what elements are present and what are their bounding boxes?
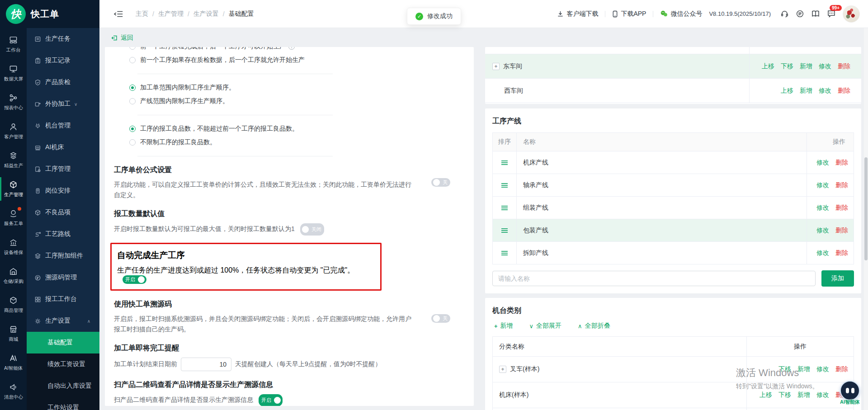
- menu-item-outsourcing[interactable]: 外协加工 ∨: [27, 93, 99, 115]
- rail-item-warehouse[interactable]: 仓储/采购: [0, 261, 27, 290]
- menu-item-work-reports[interactable]: 报工记录: [27, 50, 99, 71]
- delete-link[interactable]: 删除: [835, 365, 848, 373]
- radio-option[interactable]: 加工单范围内限制工序生产顺序。: [114, 81, 463, 94]
- add-link[interactable]: 新增: [800, 62, 812, 71]
- move-up-link[interactable]: 上移: [762, 62, 774, 71]
- edit-link[interactable]: 修改: [819, 87, 831, 95]
- radio-icon[interactable]: [129, 139, 136, 146]
- move-up-link[interactable]: 上移: [760, 391, 772, 399]
- edit-link[interactable]: 修改: [816, 391, 829, 399]
- add-link[interactable]: 新增: [800, 87, 812, 95]
- drag-handle-icon[interactable]: [501, 206, 508, 210]
- menu-item-process-routes[interactable]: 工艺路线: [27, 223, 99, 245]
- scrollbar-thumb[interactable]: [864, 157, 868, 260]
- radio-icon-checked[interactable]: [129, 126, 136, 132]
- rail-item-reports[interactable]: 报表中心: [0, 88, 27, 117]
- drag-handle-icon[interactable]: [501, 228, 508, 233]
- menu-item-machine-management[interactable]: 机台管理: [27, 115, 99, 137]
- delete-link[interactable]: 删除: [838, 87, 850, 95]
- edit-link[interactable]: 修改: [816, 181, 829, 189]
- rail-item-mall[interactable]: 商城: [0, 319, 27, 348]
- radio-option[interactable]: 前一个工序质检完成后，后一个工序才可以开始生产 i: [114, 47, 463, 53]
- back-button[interactable]: 返回: [111, 34, 133, 42]
- toggle-off[interactable]: 关闭: [300, 223, 324, 236]
- delete-link[interactable]: 删除: [835, 181, 848, 189]
- reminder-days-input[interactable]: [181, 358, 231, 371]
- collapse-all-button[interactable]: ∧全部折叠: [578, 322, 610, 330]
- toggle-off[interactable]: 关: [431, 314, 450, 323]
- sidebar-collapse-icon[interactable]: [114, 9, 124, 19]
- add-link[interactable]: 新增: [797, 391, 810, 399]
- menu-item-defective-items[interactable]: 不良品项: [27, 202, 99, 223]
- expand-icon[interactable]: +: [499, 366, 506, 373]
- rail-item-production[interactable]: 生产管理: [0, 174, 27, 203]
- add-link[interactable]: 新增: [797, 365, 810, 373]
- menu-item-process-management[interactable]: 工序管理: [27, 158, 99, 180]
- toggle-off[interactable]: 关: [431, 178, 450, 187]
- move-down-link[interactable]: 下移: [778, 391, 791, 399]
- rail-item-ai-agent[interactable]: AI智能体: [0, 348, 27, 377]
- expand-icon[interactable]: +: [492, 63, 500, 70]
- submenu-item-basic-config[interactable]: 基础配置: [27, 332, 99, 353]
- radio-option[interactable]: 产线范围内限制工序生产顺序。: [114, 94, 463, 108]
- drag-handle-icon[interactable]: [501, 160, 508, 165]
- breadcrumb-settings[interactable]: 生产设置: [193, 10, 219, 18]
- menu-item-trace-codes[interactable]: 溯源码管理: [27, 267, 99, 288]
- messages-chat-icon[interactable]: 99+: [827, 9, 836, 18]
- submenu-item-workstation-settings[interactable]: 工作站设置: [27, 397, 99, 410]
- line-name-input[interactable]: [492, 271, 816, 286]
- edit-link[interactable]: 修改: [819, 62, 831, 71]
- menu-item-production-settings[interactable]: 生产设置 ∧: [27, 310, 99, 332]
- submenu-item-performance-pay[interactable]: 绩效工资设置: [27, 353, 99, 375]
- breadcrumb-home[interactable]: 主页: [136, 10, 148, 18]
- rail-item-lean-production[interactable]: 精益生产: [0, 146, 27, 174]
- delete-link[interactable]: 删除: [835, 159, 848, 167]
- menu-item-position-arrangement[interactable]: 岗位安排: [27, 180, 99, 202]
- delete-link[interactable]: 删除: [838, 62, 850, 71]
- delete-link[interactable]: 删除: [835, 226, 848, 235]
- radio-option[interactable]: 前一个工序如果存在质检数据，后一个工序就允许开始生产: [114, 53, 463, 67]
- radio-icon[interactable]: [129, 57, 136, 63]
- toggle-on[interactable]: 开启: [123, 275, 146, 284]
- radio-icon[interactable]: [129, 47, 136, 50]
- docs-book-icon[interactable]: [811, 10, 820, 18]
- rail-item-messages[interactable]: 消息中心: [0, 377, 27, 406]
- move-down-link[interactable]: 下移: [781, 62, 793, 71]
- edit-link[interactable]: 修改: [816, 159, 829, 167]
- move-up-link[interactable]: 上移: [781, 87, 793, 95]
- edit-link[interactable]: 修改: [816, 249, 829, 257]
- rail-item-customers[interactable]: 客户管理: [0, 117, 27, 146]
- info-icon[interactable]: i: [288, 47, 295, 50]
- radio-icon-checked[interactable]: [129, 85, 136, 91]
- avatar[interactable]: [843, 5, 860, 23]
- radio-option[interactable]: 工序的报工良品数，不能超过前一个工序的报工良品数。: [114, 122, 463, 136]
- add-line-button[interactable]: 添加: [821, 270, 854, 287]
- edit-link[interactable]: 修改: [816, 204, 829, 212]
- rail-item-service-orders[interactable]: 服务工单: [0, 203, 27, 232]
- toggle-on[interactable]: 开启: [259, 394, 283, 406]
- move-down-link[interactable]: 下移: [778, 365, 791, 373]
- edit-link[interactable]: 修改: [816, 226, 829, 235]
- client-download-link[interactable]: 客户端下载: [557, 10, 598, 18]
- submenu-item-auto-inventory[interactable]: 自动出入库设置: [27, 375, 99, 397]
- delete-link[interactable]: 删除: [835, 204, 848, 212]
- rail-item-equipment[interactable]: 设备维保: [0, 232, 27, 261]
- rail-item-dashboard[interactable]: 数据大屏: [0, 59, 27, 88]
- menu-item-production-tasks[interactable]: 生产任务: [27, 28, 99, 50]
- delete-link[interactable]: 删除: [835, 249, 848, 257]
- breadcrumb-production[interactable]: 生产管理: [158, 10, 184, 18]
- menu-item-product-quality[interactable]: 产品质检: [27, 71, 99, 93]
- ai-assistant-float-button[interactable]: AI智能体: [838, 381, 862, 405]
- menu-item-process-addons[interactable]: 工序附加组件: [27, 245, 99, 267]
- drag-handle-icon[interactable]: [501, 183, 508, 188]
- rail-item-workbench[interactable]: 工作台: [0, 30, 27, 59]
- support-headset-icon[interactable]: [780, 9, 789, 18]
- edit-link[interactable]: 修改: [816, 365, 829, 373]
- drag-handle-icon[interactable]: [501, 251, 508, 255]
- rail-item-goods[interactable]: 商品管理: [0, 290, 27, 319]
- download-app-link[interactable]: 下载APP: [612, 10, 646, 18]
- expand-all-button[interactable]: ∨全部展开: [529, 322, 562, 330]
- menu-item-report-workbench[interactable]: 报工工作台: [27, 288, 99, 310]
- add-category-button[interactable]: +新增: [494, 322, 513, 330]
- wechat-link[interactable]: 微信公众号: [660, 10, 702, 18]
